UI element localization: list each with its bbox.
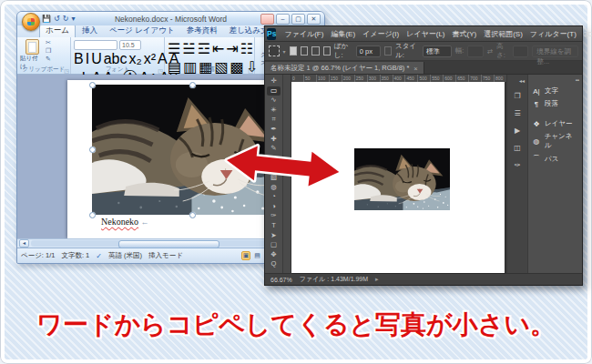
tab-page-layout[interactable]: ページ レイアウト — [104, 25, 180, 37]
refine-edge-button[interactable]: 境界線を調整... — [532, 46, 578, 57]
paragraph-format-icon[interactable]: ⇥ — [226, 40, 238, 57]
selection-handle[interactable] — [189, 212, 196, 218]
paragraph-panel-icon: ¶ — [532, 100, 541, 108]
office-button[interactable] — [22, 13, 40, 31]
paragraph-format-icon[interactable]: ☰ — [168, 40, 180, 57]
font-size-combobox[interactable]: 10.5 — [119, 40, 141, 50]
current-tool-icon[interactable] — [269, 46, 280, 56]
tool-icon[interactable]: ∿ — [267, 96, 281, 106]
spellcheck-icon[interactable]: ✓ — [96, 252, 102, 260]
panel-dock-icon[interactable]: ▶ — [515, 126, 520, 135]
font-name-combobox[interactable] — [74, 40, 117, 50]
menu-file[interactable]: ファイル(F) — [281, 29, 327, 39]
menu-edit[interactable]: 編集(E) — [327, 29, 359, 39]
panel-tab-paths[interactable]: ⌒ パス — [528, 152, 582, 166]
clipboard-tool-icon[interactable]: ❐ — [46, 47, 51, 55]
group-label-clipboard: クリップボード — [17, 66, 70, 74]
dialog-launcher-icon[interactable]: ◳ — [248, 67, 253, 74]
selection-handle[interactable] — [89, 212, 96, 218]
status-zoom-level[interactable]: 66.67% — [270, 277, 292, 283]
photoshop-logo[interactable]: Ps — [267, 28, 276, 40]
selection-handle[interactable] — [89, 147, 96, 153]
selection-mode-intersect-icon[interactable] — [323, 46, 331, 56]
status-page-number: ページ: 1/1 — [21, 251, 55, 260]
panel-tab-channels[interactable]: ◍ チャンネル — [528, 130, 582, 152]
ruler-tick-label: 150 — [329, 75, 342, 82]
ruler-tick-label: 200 — [342, 75, 354, 82]
selection-mode-subtract-icon[interactable] — [311, 46, 319, 56]
selection-mode-add-icon[interactable] — [301, 46, 308, 56]
paragraph-format-icon[interactable]: ⇤ — [212, 40, 224, 57]
tool-icon[interactable]: T — [267, 221, 281, 231]
word-app-badge-icon — [260, 14, 274, 25]
tool-icon[interactable]: Q — [267, 259, 281, 269]
dialog-launcher-icon[interactable]: ◳ — [158, 67, 163, 74]
panel-tab-paragraph[interactable]: ¶ 段落 — [528, 97, 582, 110]
height-input[interactable] — [513, 46, 529, 57]
menu-filter[interactable]: フィルター(T) — [526, 29, 580, 39]
status-language[interactable]: 英語 (米国) — [108, 251, 142, 260]
menu-layer[interactable]: レイヤー(L) — [403, 29, 448, 39]
pasted-cat-photo[interactable] — [354, 148, 450, 210]
panel-dock-icon[interactable]: ✑ — [515, 161, 521, 169]
antialias-checkbox[interactable] — [384, 46, 392, 56]
ruler-tick-label: 650 — [455, 75, 468, 82]
maximize-button[interactable]: ▢ — [291, 14, 305, 25]
tool-icon[interactable]: ▢ — [267, 240, 281, 250]
selection-mode-new-icon[interactable] — [290, 46, 297, 56]
tab-references[interactable]: 参考資料 — [181, 25, 223, 37]
scrollbar-thumb[interactable] — [118, 240, 219, 248]
tool-icon[interactable]: ✒ — [267, 125, 281, 135]
panel-dock-icon[interactable]: ☰ — [514, 109, 520, 117]
minimize-button[interactable]: – — [276, 14, 290, 25]
tab-home[interactable]: ホーム — [39, 24, 76, 37]
dialog-launcher-icon[interactable]: ◳ — [64, 67, 69, 74]
clipboard-tool-icon[interactable]: ✂ — [46, 39, 51, 46]
paragraph-format-icon[interactable]: ☷ — [240, 40, 253, 57]
tab-close-icon[interactable]: × — [413, 65, 417, 73]
status-insert-mode[interactable]: 挿入モード — [148, 251, 183, 260]
collapse-panels-icon[interactable]: ▪▪ — [576, 77, 582, 83]
document-tab[interactable]: 名称未設定 1 @ 66.7% (レイヤー 1, RGB/8) * × — [265, 62, 424, 74]
scroll-left-icon[interactable]: ◄ — [19, 239, 29, 248]
tool-dropdown-icon[interactable]: ▾ — [283, 48, 286, 55]
menu-select[interactable]: 選択範囲(S) — [480, 29, 526, 39]
tool-icon[interactable]: ▭ — [267, 86, 281, 96]
feather-input[interactable]: 0 px — [356, 46, 381, 57]
panel-tab-character[interactable]: A| 文字 — [528, 85, 582, 97]
tool-icon[interactable]: ⌗ — [267, 115, 281, 125]
selection-handle[interactable] — [89, 82, 96, 88]
menu-image[interactable]: イメージ(I) — [359, 29, 403, 39]
tool-icon[interactable]: ✛ — [267, 76, 281, 86]
document-text-line[interactable]: Nekoneko ← — [101, 217, 149, 227]
panel-dock-icon[interactable]: ◫ — [514, 144, 521, 152]
screenshot-stage: 💾 ↺ ↻ ▾ Nekoneko.docx - Microsoft Word –… — [0, 0, 592, 364]
selection-handle[interactable] — [189, 82, 196, 88]
tool-icon[interactable]: ➤ — [267, 231, 281, 241]
panel-tab-layers[interactable]: ❖ レイヤー — [528, 117, 582, 130]
word-titlebar[interactable]: 💾 ↺ ↻ ▾ Nekoneko.docx - Microsoft Word –… — [17, 12, 324, 25]
tool-icon[interactable]: ✳ — [267, 106, 281, 116]
panel-column: ▪▪ A| 文字 ¶ 段落 ❖ レイヤー ◍ チャンネル — [527, 75, 582, 273]
paragraph-format-icon[interactable]: ☱ — [182, 40, 195, 57]
collapse-panels-icon[interactable]: ◂◂ — [519, 77, 527, 84]
tab-insert[interactable]: 挿入 — [77, 25, 103, 37]
width-input[interactable] — [467, 46, 484, 57]
close-button[interactable]: ✕ — [307, 14, 321, 25]
ruler-tick-label: 0 — [291, 75, 303, 82]
panel-dock-icon[interactable]: ❐ — [514, 92, 520, 100]
menu-3d[interactable]: 3D(D) — [580, 30, 592, 38]
view-mode-icon[interactable]: ▤ — [252, 251, 262, 260]
status-file-size: ファイル : 1.43M/1.99M — [300, 275, 368, 284]
view-mode-icon[interactable]: ▣ — [241, 251, 251, 260]
style-select[interactable]: 標準 — [423, 46, 452, 57]
clipboard-tool-icon[interactable]: ✎ — [46, 56, 51, 63]
status-options-icon[interactable]: ▸ — [375, 276, 379, 283]
swap-dimensions-icon[interactable]: ⇄ — [487, 47, 493, 56]
tool-icon[interactable]: ✥ — [267, 250, 281, 260]
tool-icon[interactable]: ◑ — [267, 202, 281, 212]
character-panel-icon: A| — [532, 87, 541, 96]
paragraph-format-icon[interactable]: ☲ — [198, 40, 210, 57]
menu-type[interactable]: 書式(Y) — [449, 29, 481, 39]
tool-icon[interactable]: ✑ — [267, 211, 281, 221]
